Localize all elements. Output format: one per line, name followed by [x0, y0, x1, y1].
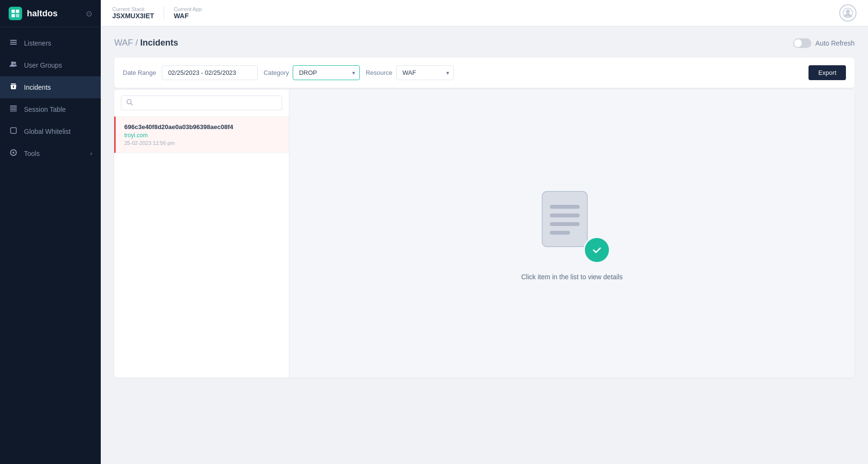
- sidebar-item-listeners[interactable]: Listeners: [0, 32, 101, 54]
- svg-rect-3: [16, 14, 19, 17]
- tools-label: Tools: [24, 150, 40, 157]
- app-label: Current App: [174, 6, 202, 12]
- incident-id: 696c3e40f8d20ae0a03b96398aec08f4: [124, 123, 280, 131]
- user-groups-label: User Groups: [24, 61, 62, 69]
- svg-rect-4: [10, 40, 17, 41]
- svg-rect-6: [10, 44, 17, 45]
- incident-timestamp: 25-02-2023 12:56 pm: [124, 140, 280, 146]
- app-value: WAF: [174, 12, 202, 20]
- main-area: Current Stack JSXMUX3IET Current App WAF…: [101, 0, 868, 464]
- incident-domain: troyi.com: [124, 132, 280, 139]
- session-table-label: Session Table: [24, 106, 66, 113]
- sidebar-item-session-table[interactable]: Session Table: [0, 98, 101, 120]
- svg-rect-2: [12, 14, 15, 17]
- stack-label: Current Stack: [112, 6, 154, 12]
- sidebar-logo: haltdos ⊙: [0, 0, 101, 27]
- breadcrumb: WAF / Incidents: [114, 38, 178, 48]
- svg-rect-11: [10, 109, 17, 110]
- date-range-input[interactable]: [162, 65, 258, 80]
- svg-rect-19: [542, 191, 587, 247]
- breadcrumb-current: Incidents: [140, 38, 178, 48]
- sidebar-navigation: Listeners User Groups Incidents: [0, 27, 101, 464]
- search-input[interactable]: [137, 99, 277, 107]
- category-select[interactable]: DROP ALLOW BLOCK REDIRECT: [293, 65, 360, 80]
- global-whitelist-label: Global Whitelist: [24, 128, 71, 135]
- incidents-label: Incidents: [24, 83, 51, 91]
- export-button[interactable]: Export: [809, 65, 846, 80]
- sidebar-item-user-groups[interactable]: User Groups: [0, 54, 101, 76]
- svg-rect-13: [11, 128, 16, 133]
- svg-point-16: [846, 10, 850, 13]
- page-header: WAF / Incidents Auto Refresh: [114, 38, 855, 48]
- logo-icon: [9, 7, 22, 20]
- sidebar: haltdos ⊙ Listeners Us: [0, 0, 101, 464]
- svg-rect-22: [550, 222, 580, 226]
- stack-value: JSXMUX3IET: [112, 12, 154, 20]
- current-stack: Current Stack JSXMUX3IET: [112, 6, 164, 20]
- listeners-icon: [9, 38, 18, 48]
- breadcrumb-separator: /: [135, 38, 140, 48]
- svg-rect-20: [550, 205, 580, 209]
- svg-line-18: [131, 104, 133, 106]
- sidebar-item-global-whitelist[interactable]: Global Whitelist: [0, 120, 101, 143]
- empty-state: Click item in the list to view details: [521, 187, 623, 281]
- breadcrumb-parent: WAF: [114, 38, 133, 48]
- svg-rect-0: [12, 10, 15, 13]
- settings-icon[interactable]: ⊙: [86, 9, 92, 18]
- svg-rect-21: [550, 214, 580, 217]
- incident-item[interactable]: 696c3e40f8d20ae0a03b96398aec08f4 troyi.c…: [114, 117, 289, 153]
- listeners-label: Listeners: [24, 39, 51, 47]
- incidents-icon: [9, 83, 18, 92]
- svg-point-7: [11, 61, 14, 64]
- date-range-label: Date Range: [123, 69, 156, 76]
- sidebar-item-tools[interactable]: Tools ›: [0, 143, 101, 165]
- current-app: Current App WAF: [174, 6, 212, 20]
- global-whitelist-icon: [9, 127, 18, 136]
- category-label: Category: [263, 69, 289, 76]
- auto-refresh-control: Auto Refresh: [793, 38, 855, 48]
- check-circle-icon: [583, 237, 610, 263]
- svg-rect-9: [10, 106, 17, 107]
- resource-label: Resource: [366, 69, 392, 76]
- search-wrapper: [121, 95, 282, 110]
- sidebar-item-incidents[interactable]: Incidents: [0, 76, 101, 98]
- user-groups-icon: [9, 60, 18, 70]
- search-icon: [126, 99, 133, 107]
- tools-icon: [9, 149, 18, 158]
- svg-point-14: [12, 152, 14, 154]
- incident-list-panel: 696c3e40f8d20ae0a03b96398aec08f4 troyi.c…: [114, 90, 289, 378]
- auto-refresh-toggle[interactable]: [793, 38, 811, 48]
- session-table-icon: [9, 105, 18, 114]
- svg-rect-23: [550, 231, 570, 235]
- resource-select[interactable]: WAF LB ADC: [396, 65, 454, 80]
- svg-rect-10: [10, 107, 17, 108]
- auto-refresh-label: Auto Refresh: [815, 39, 855, 47]
- svg-rect-1: [16, 10, 19, 13]
- category-wrapper: Category DROP ALLOW BLOCK REDIRECT ▾: [263, 65, 360, 80]
- svg-point-8: [14, 62, 16, 64]
- tools-expand-icon: ›: [90, 150, 92, 157]
- filter-bar: Date Range Category DROP ALLOW BLOCK RED…: [114, 58, 855, 88]
- empty-state-text: Click item in the list to view details: [521, 273, 623, 281]
- topbar: Current Stack JSXMUX3IET Current App WAF: [101, 0, 868, 26]
- resource-wrapper: Resource WAF LB ADC ▾: [366, 65, 454, 80]
- content-panels: 696c3e40f8d20ae0a03b96398aec08f4 troyi.c…: [114, 90, 855, 378]
- search-bar: [114, 90, 289, 117]
- content-area: WAF / Incidents Auto Refresh Date Range …: [101, 26, 868, 464]
- logo-text: haltdos: [27, 9, 58, 19]
- incident-detail-panel: Click item in the list to view details: [289, 90, 855, 378]
- user-avatar[interactable]: [839, 4, 856, 22]
- svg-rect-12: [10, 111, 17, 112]
- svg-rect-5: [10, 42, 17, 43]
- doc-icon-wrapper: [534, 187, 610, 263]
